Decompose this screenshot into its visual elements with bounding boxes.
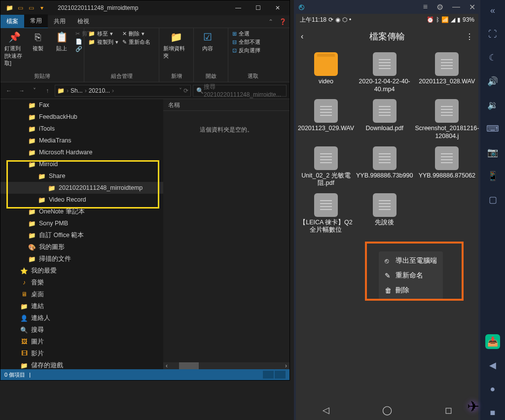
view-tab[interactable]: 檢視	[72, 15, 95, 28]
mirroid-titlebar[interactable]: ⎋ ≡ ⚙ — ✕	[294, 0, 480, 14]
tree-item[interactable]: 🎨我的圖形	[0, 241, 163, 253]
select-all-button[interactable]: ⊞ 全選	[232, 30, 274, 37]
tree-item[interactable]: 🎞影片	[0, 348, 163, 359]
qat-icon[interactable]: ▭	[16, 4, 24, 12]
help-button[interactable]: ❓	[276, 18, 289, 25]
volume-up-icon[interactable]: 🔊	[485, 74, 500, 89]
delete-button[interactable]: ✕ 刪除 ▾	[122, 30, 150, 37]
tree-item[interactable]: 📁Sony PMB	[0, 217, 163, 229]
tree-item[interactable]: 📁連結	[0, 300, 163, 312]
pin-to-quickaccess-button[interactable]: 📌釘選到 [快速存取]	[4, 30, 24, 67]
forward-button[interactable]: →	[16, 87, 27, 94]
tree-item[interactable]: 🖥桌面	[0, 288, 163, 300]
file-item[interactable]: Unit_02_2 光敏電阻.pdf	[297, 144, 355, 189]
tree-item[interactable]: 📁自訂 Office 範本	[0, 229, 163, 241]
file-item[interactable]: YYB.998886.73b990	[355, 144, 414, 189]
column-header-name[interactable]: 名稱	[163, 99, 289, 111]
tree-item[interactable]: 📁儲存的遊戲	[0, 359, 163, 369]
properties-button[interactable]: ☑內容	[198, 30, 217, 52]
tree-item[interactable]: 👤連絡人	[0, 312, 163, 324]
menu-icon[interactable]: ≡	[423, 2, 428, 11]
move-to-button[interactable]: 📁 移至 ▾	[88, 30, 118, 37]
back-button[interactable]: ‹	[301, 32, 313, 41]
titlebar[interactable]: 📁 ▭ ▭ ▾ 20210220111248_mirroidtemp — ☐ ✕	[0, 0, 289, 15]
file-item[interactable]: 20201123_028.WAV	[414, 50, 480, 95]
tree-item[interactable]: 📁Microsoft Hardware	[0, 146, 163, 158]
up-button[interactable]: ↑	[42, 87, 53, 94]
minimize-button[interactable]: —	[228, 4, 248, 11]
rail-back-button[interactable]: ◀	[485, 358, 500, 373]
tree-item[interactable]: 📁掃描的文件	[0, 253, 163, 265]
tree-item[interactable]: 🔍搜尋	[0, 324, 163, 336]
tree-item[interactable]: 📁20210220111248_mirroidtemp	[0, 182, 163, 194]
home-tab[interactable]: 常用	[24, 14, 48, 29]
tree-item[interactable]: 📁Share	[0, 170, 163, 182]
export-to-pc-item[interactable]: ⎋導出至電腦端	[379, 253, 443, 268]
rename-button[interactable]: ✎ 重新命名	[122, 38, 150, 46]
details-view-button[interactable]	[263, 371, 274, 379]
tree-item[interactable]: 📁FeedbackHub	[0, 111, 163, 123]
file-tab[interactable]: 檔案	[0, 15, 24, 28]
tree-item[interactable]: 📁MediaTrans	[0, 135, 163, 146]
rail-home-button[interactable]: ●	[485, 382, 500, 396]
tree-item[interactable]: ⭐我的最愛	[0, 265, 163, 277]
app-icon[interactable]: ▢	[485, 192, 500, 207]
fullscreen-icon[interactable]: ⛶	[485, 27, 500, 41]
file-item[interactable]: 【LEICA 徠卡】Q2 全片幅數位	[297, 191, 355, 236]
tree-item[interactable]: ♪音樂	[0, 277, 163, 288]
paste-button[interactable]: 📋貼上	[52, 30, 72, 67]
file-item[interactable]: Screenshot_20181216-120804.j	[414, 97, 480, 142]
invert-selection-button[interactable]: ⊡ 反向選擇	[232, 47, 274, 54]
minimize-button[interactable]: —	[452, 2, 460, 11]
tree-item[interactable]: 📁iTools	[0, 123, 163, 135]
icons-view-button[interactable]	[275, 371, 286, 379]
tree-item[interactable]: 🖼圖片	[0, 336, 163, 348]
settings-icon[interactable]: ⚙	[436, 2, 443, 12]
delete-item[interactable]: 🗑刪除	[379, 283, 443, 298]
camera-icon[interactable]: 📷	[485, 145, 500, 160]
nav-tree[interactable]: 📁Fax📁FeedbackHub📁iTools📁MediaTrans📁Micro…	[0, 99, 163, 369]
rail-recent-button[interactable]: ■	[485, 405, 500, 420]
maximize-button[interactable]: ☐	[248, 4, 268, 11]
file-item[interactable]: YYB.998886.875062	[414, 144, 480, 189]
tree-item[interactable]: 📁Video Record	[0, 194, 163, 206]
more-button[interactable]: ⋮	[462, 32, 473, 41]
keyboard-icon[interactable]: ⌨	[485, 121, 500, 136]
qat-icon[interactable]: ▭	[27, 4, 35, 12]
file-item[interactable]: 20201123_029.WAV	[297, 97, 355, 142]
horizontal-scrollbar[interactable]: ‹›	[163, 362, 289, 369]
rename-item[interactable]: ✎重新命名	[379, 268, 443, 283]
file-item[interactable]: 2020-12-04-22-40-40.mp4	[355, 50, 414, 95]
dnd-icon[interactable]: ☾	[485, 50, 500, 65]
tree-item[interactable]: 📁OneNote 筆記本	[0, 206, 163, 217]
tree-item[interactable]: 📁Fax	[0, 99, 163, 111]
back-button[interactable]: ←	[3, 87, 14, 94]
collapse-rail-button[interactable]: «	[485, 3, 500, 18]
doc-icon	[314, 99, 338, 123]
collapse-ribbon-button[interactable]: ⌃	[265, 18, 276, 25]
file-item[interactable]: Download.pdf	[355, 97, 414, 142]
select-none-button[interactable]: ⊟ 全部不選	[232, 38, 274, 46]
phone-icon[interactable]: 📱	[485, 169, 500, 183]
close-button[interactable]: ✕	[469, 2, 475, 12]
breadcrumb[interactable]: 📁› Sh...› 20210...› ˅ ⟳	[55, 85, 191, 97]
close-button[interactable]: ✕	[268, 4, 288, 11]
android-home-button[interactable]: ◯	[382, 405, 392, 416]
new-folder-button[interactable]: 📁新增資料夾	[163, 30, 189, 60]
copy-button[interactable]: ⎘複製	[28, 30, 48, 67]
volume-down-icon[interactable]: 🔉	[485, 98, 500, 112]
recent-button[interactable]: ˅	[29, 87, 40, 94]
share-tab[interactable]: 共用	[48, 15, 72, 28]
file-transfer-icon[interactable]: 📥	[485, 334, 500, 349]
qat-dropdown-icon[interactable]: ▾	[38, 4, 46, 12]
android-recent-button[interactable]: ◻	[445, 405, 452, 416]
phone-screen[interactable]: 上午11:18 ⟳ ◉ ⬡ • ⏰ ᛒ 📶 ◢ ▮ 93% ‹ 檔案傳輸 ⋮ v…	[296, 14, 478, 420]
file-item[interactable]: video	[297, 50, 355, 95]
android-back-button[interactable]: ◁	[323, 405, 329, 416]
rocket-icon[interactable]: ✈	[467, 398, 479, 415]
file-item[interactable]: 先說後	[355, 191, 414, 236]
search-input[interactable]: 🔍 搜尋 20210220111248_mirroidte...	[193, 85, 287, 97]
copy-to-button[interactable]: 📁 複製到 ▾	[88, 38, 118, 46]
file-list[interactable]: 名稱 這個資料夾是空的。 ‹›	[163, 99, 289, 369]
tree-item[interactable]: 📁Mirroid	[0, 158, 163, 170]
